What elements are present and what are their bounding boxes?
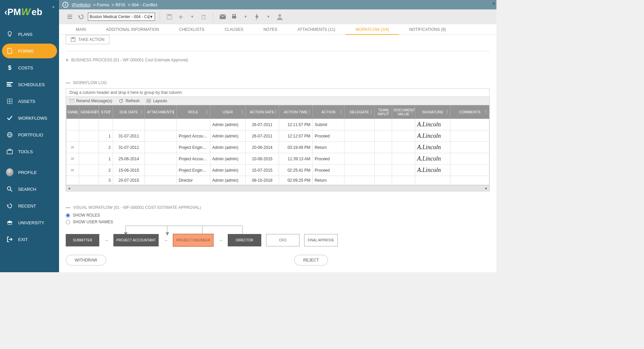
column-menu-icon[interactable]: ⋮ bbox=[410, 110, 414, 114]
column-menu-icon[interactable]: ⋮ bbox=[108, 110, 112, 114]
workflow-node[interactable]: DIRECTOR bbox=[228, 234, 261, 246]
table-row[interactable]: ✉231-07-2011Project EngineerAdmin (admin… bbox=[66, 142, 489, 153]
sidebar-item-plans[interactable]: PLANS bbox=[2, 27, 57, 42]
add-dropdown-icon[interactable]: ▼ bbox=[187, 12, 197, 21]
svg-line-17 bbox=[10, 190, 12, 191]
save-icon[interactable] bbox=[165, 12, 174, 21]
table-row[interactable]: ✉125-06-2014Project AccountantAdmin (adm… bbox=[66, 153, 489, 165]
column-header[interactable]: ATTACHMENTS⋮ bbox=[145, 105, 176, 119]
tab-additional-information[interactable]: ADDITIONAL INFORMATION bbox=[96, 24, 169, 35]
column-menu-icon[interactable]: ⋮ bbox=[307, 110, 311, 114]
workflow-log-header[interactable]: — WORKFLOW LOG bbox=[66, 80, 490, 85]
user-icon[interactable] bbox=[275, 12, 284, 21]
sidebar-item-assets[interactable]: ASSETS bbox=[2, 94, 57, 109]
column-header[interactable]: GENERATE⋮ bbox=[79, 105, 99, 119]
workflow-node[interactable]: PROJECT ACCOUNTANT bbox=[113, 234, 159, 246]
table-row[interactable]: ✉215-06-2015Project EngineerAdmin (admin… bbox=[66, 165, 489, 176]
avatar-icon bbox=[6, 169, 13, 176]
sidebar-item-portfolio[interactable]: PORTFOLIO bbox=[2, 127, 57, 142]
column-header[interactable]: DELEGATE⋮ bbox=[344, 105, 375, 119]
column-menu-icon[interactable]: ⋮ bbox=[74, 110, 78, 114]
tab-notifications-[interactable]: NOTIFICATIONS (9) bbox=[399, 24, 456, 35]
tab-checklists[interactable]: CHECKLISTS bbox=[169, 24, 214, 35]
workflow-node[interactable]: FINAL APPROVE bbox=[304, 234, 338, 246]
column-menu-icon[interactable]: ⋮ bbox=[484, 110, 488, 114]
tab-clauses[interactable]: CLAUSES bbox=[214, 24, 253, 35]
sidebar-item-university[interactable]: UNIVERSITY bbox=[2, 215, 57, 230]
sidebar-item-recent[interactable]: RECENT bbox=[2, 198, 57, 213]
column-header[interactable]: STEP⋮ bbox=[99, 105, 113, 119]
print-icon[interactable] bbox=[229, 12, 239, 21]
sidebar-item-tools[interactable]: TOOLS bbox=[2, 144, 57, 159]
info-icon[interactable]: i bbox=[62, 2, 68, 8]
sidebar-item-schedules[interactable]: SCHEDULES bbox=[2, 77, 57, 92]
layouts-button[interactable]: Layouts bbox=[146, 99, 167, 103]
add-icon[interactable]: ＋ bbox=[176, 12, 185, 21]
workflow-node[interactable]: SUBMITTER bbox=[66, 234, 99, 246]
column-menu-icon[interactable]: ⋮ bbox=[445, 110, 449, 114]
table-row[interactable]: 320-07-2015DirectorAdmin (admin)08-10-20… bbox=[66, 176, 489, 185]
column-header[interactable]: ACTION⋮ bbox=[313, 105, 344, 119]
bolt-icon[interactable] bbox=[252, 12, 262, 21]
column-header[interactable]: DOCUMENT VALUE⋮ bbox=[392, 105, 415, 119]
bolt-dropdown-icon[interactable]: ▼ bbox=[264, 12, 273, 21]
table-row[interactable]: 131-07-2011Project AccountantAdmin (admi… bbox=[66, 130, 489, 142]
svg-rect-14 bbox=[7, 150, 12, 154]
take-action-button[interactable]: TAKE ACTION bbox=[66, 35, 109, 44]
workflow-node[interactable]: CFO bbox=[266, 234, 300, 246]
column-menu-icon[interactable]: ⋮ bbox=[274, 110, 278, 114]
reject-button[interactable]: REJECT bbox=[294, 255, 328, 266]
sidebar-item-search[interactable]: SEARCH bbox=[2, 182, 57, 196]
refresh-button[interactable]: Refresh bbox=[119, 99, 140, 103]
workflow-diagram: SUBMITTER→PROJECT ACCOUNTANT→PROJECT ENG… bbox=[66, 234, 490, 247]
horizontal-scrollbar[interactable]: ◄► bbox=[66, 185, 489, 191]
column-menu-icon[interactable]: ⋮ bbox=[240, 110, 244, 114]
column-header[interactable]: ACTION DATE⋮ bbox=[246, 105, 279, 119]
tab-attachments-[interactable]: ATTACHMENTS (11) bbox=[287, 24, 345, 35]
column-menu-icon[interactable]: ⋮ bbox=[369, 110, 373, 114]
tab-strip: MAINADDITIONAL INFORMATIONCHECKLISTSCLAU… bbox=[59, 24, 496, 35]
column-menu-icon[interactable]: ⋮ bbox=[94, 110, 98, 114]
show-users-radio[interactable]: SHOW USER NAMES bbox=[66, 220, 490, 224]
grid-toolbar: Resend Message(s) Refresh Layouts bbox=[66, 97, 489, 105]
column-menu-icon[interactable]: ⋮ bbox=[171, 110, 175, 114]
table-row[interactable]: Admin (admin)26-07-201112:11:57 PMSubmit… bbox=[66, 119, 489, 130]
briefcase-icon bbox=[6, 148, 13, 155]
mail-icon[interactable] bbox=[218, 12, 227, 21]
column-menu-icon[interactable]: ⋮ bbox=[205, 110, 209, 114]
withdraw-button[interactable]: WITHDRAW bbox=[66, 255, 106, 266]
breadcrumb-portfolio[interactable]: (Portfolio) bbox=[72, 2, 91, 7]
history-icon[interactable] bbox=[76, 12, 86, 21]
column-menu-icon[interactable]: ⋮ bbox=[339, 110, 343, 114]
column-header[interactable]: USER⋮ bbox=[210, 105, 245, 119]
sidebar-item-costs[interactable]: $COSTS bbox=[2, 60, 57, 75]
sidebar-item-label: COSTS bbox=[18, 65, 33, 70]
column-header[interactable]: COMMENTS⋮ bbox=[450, 105, 489, 119]
column-header[interactable]: ROLE⋮ bbox=[176, 105, 210, 119]
sidebar-item-forms[interactable]: FORMS bbox=[2, 44, 57, 58]
tab-main[interactable]: MAIN bbox=[66, 24, 96, 35]
sidebar-item-exit[interactable]: EXIT bbox=[2, 232, 57, 247]
show-roles-radio[interactable]: SHOW ROLES bbox=[66, 213, 490, 218]
visual-workflow-header[interactable]: — VISUAL WORKFLOW (01 - WF-000001 COST E… bbox=[66, 205, 490, 210]
column-header[interactable]: EMAIL⋮ bbox=[66, 105, 79, 119]
business-process-header[interactable]: + BUSINESS PROCESS (01 - WF-000001 Cost … bbox=[66, 57, 490, 63]
sidebar-item-profile[interactable]: PROFILE bbox=[2, 165, 57, 180]
delete-icon[interactable] bbox=[199, 12, 208, 21]
sidebar-item-workflows[interactable]: WORKFLOWS bbox=[2, 111, 57, 125]
column-header[interactable]: TEAM INPUT⋮ bbox=[374, 105, 392, 119]
group-drop-zone[interactable]: Drag a column header and drop it here to… bbox=[66, 89, 489, 97]
print-dropdown-icon[interactable]: ▼ bbox=[241, 12, 250, 21]
column-header[interactable]: DUE DATE⋮ bbox=[113, 105, 145, 119]
resend-button[interactable]: Resend Message(s) bbox=[69, 99, 112, 103]
record-selector[interactable]: Boston Medical Center - 004 - Confl ▼ bbox=[88, 13, 155, 21]
workflow-node[interactable]: PROJECT ENGINEER bbox=[173, 234, 214, 247]
tab-workflow-[interactable]: WORKFLOW (2/4) bbox=[345, 24, 399, 35]
column-header[interactable]: ACTION TIME⋮ bbox=[279, 105, 313, 119]
list-icon[interactable] bbox=[65, 12, 74, 21]
column-header[interactable]: SIGNATURE⋮ bbox=[415, 105, 450, 119]
main-panel: i (Portfolio) > Forms > RFIS > 004 - Con… bbox=[59, 0, 496, 272]
column-menu-icon[interactable]: ⋮ bbox=[140, 110, 144, 114]
tab-notes[interactable]: NOTES bbox=[253, 24, 287, 35]
column-menu-icon[interactable]: ⋮ bbox=[387, 110, 391, 114]
